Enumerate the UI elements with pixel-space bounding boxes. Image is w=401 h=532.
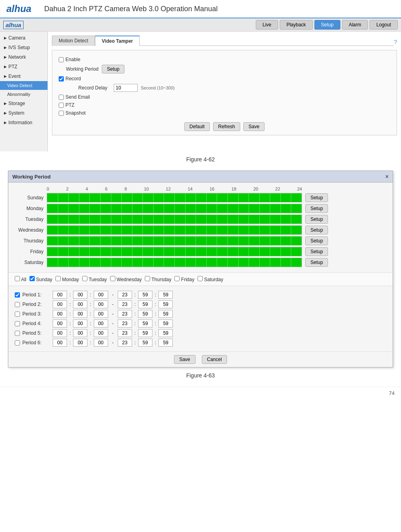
saturday-checkbox[interactable] <box>198 276 203 281</box>
default-button[interactable]: Default <box>184 122 210 131</box>
start-s-2[interactable] <box>94 300 108 308</box>
all-checkbox[interactable] <box>15 276 20 281</box>
help-icon[interactable]: ? <box>394 39 397 46</box>
start-s-3[interactable] <box>94 310 108 318</box>
wednesday-checkbox-label[interactable]: Wednesday <box>110 276 142 282</box>
end-m-2[interactable] <box>138 300 152 308</box>
schedule-bar[interactable] <box>47 258 302 267</box>
sidebar-item-ivs-setup[interactable]: ▶ IVS Setup <box>0 43 47 52</box>
nav-playback-button[interactable]: Playback <box>280 20 313 30</box>
ptz-checkbox-label[interactable]: PTZ <box>59 102 75 108</box>
start-h-6[interactable] <box>53 339 67 347</box>
start-m-1[interactable] <box>73 291 87 299</box>
day-setup-button-friday[interactable]: Setup <box>305 247 328 256</box>
schedule-bar[interactable] <box>47 236 302 246</box>
tuesday-checkbox[interactable] <box>82 276 87 281</box>
start-h-4[interactable] <box>53 320 67 328</box>
sidebar-item-camera[interactable]: ▶ Camera <box>0 33 47 43</box>
monday-checkbox-label[interactable]: Monday <box>55 276 79 282</box>
snapshot-checkbox-label[interactable]: Snapshot <box>59 110 86 116</box>
nav-alarm-button[interactable]: Alarm <box>342 20 368 30</box>
day-setup-button-thursday[interactable]: Setup <box>305 236 328 245</box>
schedule-bar[interactable] <box>47 214 302 224</box>
start-s-5[interactable] <box>94 329 108 337</box>
friday-checkbox[interactable] <box>174 276 180 281</box>
nav-setup-button[interactable]: Setup <box>314 20 340 30</box>
period-4-checkbox[interactable] <box>15 321 20 326</box>
sunday-checkbox-label[interactable]: Sunday <box>30 276 52 282</box>
saturday-checkbox-label[interactable]: Saturday <box>198 276 223 282</box>
schedule-bar[interactable] <box>47 204 302 213</box>
period-1-checkbox[interactable] <box>15 292 20 298</box>
sidebar-item-information[interactable]: ▶ Information <box>0 118 47 127</box>
day-setup-button-wednesday[interactable]: Setup <box>305 226 328 234</box>
dialog-cancel-button[interactable]: Cancel <box>202 355 227 364</box>
end-s-4[interactable] <box>158 320 173 328</box>
end-s-5[interactable] <box>158 329 173 337</box>
day-setup-button-tuesday[interactable]: Setup <box>305 215 328 224</box>
end-h-4[interactable] <box>118 320 132 328</box>
ptz-checkbox[interactable] <box>59 103 64 108</box>
period-6-checkbox[interactable] <box>15 340 20 345</box>
send-email-checkbox-label[interactable]: Send Email <box>59 94 90 100</box>
start-h-3[interactable] <box>53 310 67 318</box>
tab-motion-detect[interactable]: Motion Detect <box>52 36 95 46</box>
thursday-checkbox[interactable] <box>145 276 150 281</box>
record-checkbox-label[interactable]: Record <box>59 76 81 81</box>
day-setup-button-monday[interactable]: Setup <box>305 204 328 213</box>
start-h-5[interactable] <box>53 329 67 337</box>
start-s-4[interactable] <box>94 320 108 328</box>
nav-logout-button[interactable]: Logout <box>369 20 398 30</box>
end-m-3[interactable] <box>138 310 152 318</box>
dialog-save-button[interactable]: Save <box>174 355 195 364</box>
end-h-6[interactable] <box>118 339 132 347</box>
enable-checkbox-label[interactable]: Enable <box>59 57 80 62</box>
sidebar-item-network[interactable]: ▶ Network <box>0 52 47 62</box>
sidebar-item-video-detect[interactable]: Video Detect <box>0 81 47 90</box>
end-m-6[interactable] <box>138 339 152 347</box>
period-2-checkbox[interactable] <box>15 302 20 307</box>
end-m-5[interactable] <box>138 329 152 337</box>
send-email-checkbox[interactable] <box>59 95 64 100</box>
wednesday-checkbox[interactable] <box>110 276 115 281</box>
working-period-setup-button[interactable]: Setup <box>102 65 124 73</box>
start-h-2[interactable] <box>53 300 67 308</box>
schedule-bar[interactable] <box>47 193 302 202</box>
thursday-checkbox-label[interactable]: Thursday <box>145 276 171 282</box>
end-h-5[interactable] <box>118 329 132 337</box>
end-m-1[interactable] <box>138 291 152 299</box>
schedule-bar[interactable] <box>47 247 302 256</box>
sunday-checkbox[interactable] <box>30 276 35 281</box>
end-s-1[interactable] <box>158 291 173 299</box>
sidebar-item-event[interactable]: ▶ Event <box>0 71 47 81</box>
end-m-4[interactable] <box>138 320 152 328</box>
schedule-bar[interactable] <box>47 225 302 235</box>
tab-video-tamper[interactable]: Video Tamper <box>95 36 140 46</box>
all-checkbox-label[interactable]: All <box>15 276 26 282</box>
sidebar-item-storage[interactable]: ▶ Storage <box>0 99 47 108</box>
end-s-2[interactable] <box>158 300 173 308</box>
day-setup-button-saturday[interactable]: Setup <box>305 258 328 267</box>
sidebar-item-abnormality[interactable]: Abnormality <box>0 90 47 99</box>
monday-checkbox[interactable] <box>55 276 61 281</box>
period-3-checkbox[interactable] <box>15 312 20 317</box>
period-5-checkbox[interactable] <box>15 331 20 336</box>
start-m-4[interactable] <box>73 320 87 328</box>
friday-checkbox-label[interactable]: Friday <box>174 276 194 282</box>
sidebar-item-ptz[interactable]: ▶ PTZ <box>0 62 47 71</box>
start-h-1[interactable] <box>53 291 67 299</box>
snapshot-checkbox[interactable] <box>59 111 64 116</box>
day-setup-button-sunday[interactable]: Setup <box>305 193 328 202</box>
end-s-6[interactable] <box>158 339 173 347</box>
record-delay-input[interactable] <box>114 84 138 92</box>
end-h-1[interactable] <box>118 291 132 299</box>
start-m-2[interactable] <box>73 300 87 308</box>
start-m-3[interactable] <box>73 310 87 318</box>
end-s-3[interactable] <box>158 310 173 318</box>
sidebar-item-system[interactable]: ▶ System <box>0 108 47 118</box>
start-s-6[interactable] <box>94 339 108 347</box>
dialog-close-button[interactable]: × <box>385 173 389 180</box>
start-m-6[interactable] <box>73 339 87 347</box>
save-button[interactable]: Save <box>243 122 265 131</box>
end-h-2[interactable] <box>118 300 132 308</box>
